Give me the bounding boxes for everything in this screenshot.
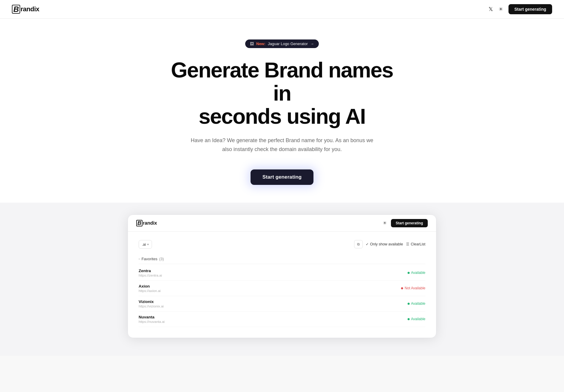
list-icon: ☰	[406, 242, 409, 246]
available-dot-icon	[408, 272, 410, 274]
demo-logo[interactable]: Brandix	[136, 220, 157, 226]
logo[interactable]: Brandix	[12, 5, 39, 14]
favorites-count: (3)	[159, 257, 164, 261]
hero-section: 🖼 New: Jaguar Logo Generator → Generate …	[0, 19, 564, 203]
checkmark-icon: ✓	[366, 242, 369, 246]
brand-status: Available	[408, 301, 425, 306]
status-text: Available	[411, 271, 425, 275]
badge-new-label: New:	[256, 42, 265, 46]
show-available-toggle[interactable]: ✓ Only show available	[366, 242, 403, 246]
extension-select[interactable]: .ai ▾	[139, 240, 152, 249]
brand-url: https://vizionix.ai	[139, 304, 164, 308]
demo-card: Brandix ☀ Start generating .ai ▾ ⧉ ✓ Onl…	[128, 215, 436, 338]
twitter-icon[interactable]: 𝕏	[489, 6, 493, 12]
brand-status: Available	[408, 317, 425, 321]
demo-section: Brandix ☀ Start generating .ai ▾ ⧉ ✓ Onl…	[0, 203, 564, 356]
nav-start-generating-button[interactable]: Start generating	[508, 4, 552, 14]
theme-toggle-icon[interactable]: ☀	[498, 6, 503, 12]
status-text: Not Available	[405, 286, 425, 290]
demo-theme-icon[interactable]: ☀	[383, 220, 387, 226]
demo-nav-right: ☀ Start generating	[383, 219, 428, 227]
navbar: Brandix 𝕏 ☀ Start generating	[0, 0, 564, 19]
hero-cta-button[interactable]: Start generating	[251, 169, 313, 185]
announcement-badge[interactable]: 🖼 New: Jaguar Logo Generator →	[245, 39, 319, 48]
clearlist-button[interactable]: ☰ ClearList	[406, 242, 425, 246]
brand-name: Vizionix	[139, 299, 164, 304]
demo-content: .ai ▾ ⧉ ✓ Only show available ☰ ClearLis…	[128, 232, 436, 338]
available-dot-icon	[408, 303, 410, 305]
unavailable-dot-icon	[401, 287, 403, 289]
demo-navbar: Brandix ☀ Start generating	[128, 215, 436, 232]
brand-row[interactable]: Vizionixhttps://vizionix.aiAvailable	[139, 296, 425, 312]
demo-start-generating-button[interactable]: Start generating	[391, 219, 428, 227]
copy-icon[interactable]: ⧉	[354, 240, 363, 248]
status-text: Available	[411, 301, 425, 306]
brand-name: Nuvanta	[139, 315, 165, 319]
hero-subtitle: Have an Idea? We generate the perfect Br…	[190, 136, 374, 154]
brand-row[interactable]: Zentrahttps://zentra.aiAvailable	[139, 265, 425, 281]
brand-url: https://nuvanta.ai	[139, 320, 165, 323]
brand-info: Axionhttps://axion.ai	[139, 284, 161, 293]
badge-link-text: Jaguar Logo Generator	[268, 42, 308, 46]
extension-value: .ai	[142, 242, 146, 247]
demo-logo-b-icon: B	[136, 220, 142, 226]
brand-url: https://axion.ai	[139, 289, 161, 293]
brand-status: Available	[408, 271, 425, 275]
nav-right: 𝕏 ☀ Start generating	[489, 4, 552, 14]
show-available-label: Only show available	[370, 242, 403, 246]
brand-info: Zentrahttps://zentra.ai	[139, 269, 162, 277]
chevron-down-icon: ▾	[147, 243, 149, 246]
brand-name: Axion	[139, 284, 161, 288]
brand-row[interactable]: Axionhttps://axion.aiNot Available	[139, 281, 425, 296]
brand-name: Zentra	[139, 269, 162, 273]
brand-info: Nuvantahttps://nuvanta.ai	[139, 315, 165, 323]
brand-url: https://zentra.ai	[139, 274, 162, 277]
status-text: Available	[411, 317, 425, 321]
logo-text: randix	[20, 5, 39, 13]
brand-info: Vizionixhttps://vizionix.ai	[139, 299, 164, 308]
brand-row[interactable]: Nuvantahttps://nuvanta.aiAvailable	[139, 312, 425, 327]
brand-status: Not Available	[401, 286, 425, 290]
available-dot-icon	[408, 318, 410, 320]
logo-b-icon: B	[12, 5, 20, 14]
brand-list: Zentrahttps://zentra.aiAvailableAxionhtt…	[139, 265, 425, 327]
badge-arrow-icon: →	[310, 42, 314, 46]
clearlist-label: ClearList	[411, 242, 425, 246]
favorites-section[interactable]: › Favorites (3)	[139, 254, 425, 264]
favorites-chevron-icon: ›	[139, 257, 140, 261]
favorites-label: Favorites	[142, 257, 157, 261]
badge-icon: 🖼	[250, 42, 254, 46]
demo-toolbar: .ai ▾ ⧉ ✓ Only show available ☰ ClearLis…	[139, 240, 425, 249]
hero-title: Generate Brand names in seconds using AI	[160, 59, 404, 128]
demo-logo-text: randix	[143, 220, 157, 226]
